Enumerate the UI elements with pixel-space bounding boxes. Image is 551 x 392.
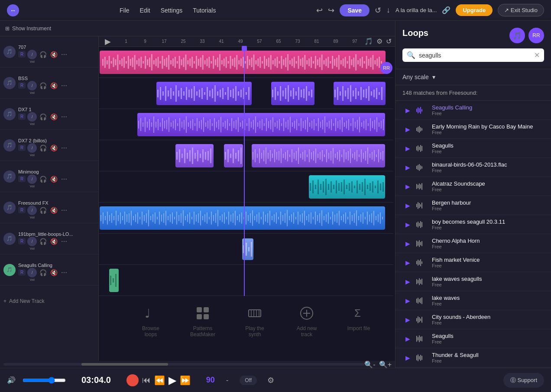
loop-item-lake-waves[interactable]: ▶ lake waves Free [395, 291, 551, 310]
loop-item-bergen[interactable]: ▶ Bergen harbour Free [395, 196, 551, 215]
clip-seagulls[interactable] [109, 269, 119, 292]
settings-button[interactable]: ⚙ [267, 376, 274, 385]
loops-search-input[interactable] [419, 52, 531, 59]
play-alcatraz-button[interactable]: ▶ [402, 183, 413, 190]
play-thunder-button[interactable]: ▶ [402, 354, 413, 361]
record-btn-707[interactable]: R [18, 51, 26, 58]
record-btn-freesound[interactable]: R [18, 207, 26, 213]
loop-item-alcatraz[interactable]: ▶ Alcatraz Soundscape Free [395, 177, 551, 196]
undo-button[interactable]: ↩ [316, 6, 323, 15]
add-track-row[interactable]: + Add New Track [0, 286, 98, 317]
headphone-btn-seagulls[interactable]: 🎧 [39, 268, 48, 277]
zoom-in-button[interactable]: 🔍+ [379, 360, 392, 369]
volume-knob-dx71[interactable]: /Vol [27, 112, 37, 122]
volume-knob-707[interactable]: /Vol [27, 50, 37, 59]
more-btn-bss[interactable]: ⋯ [60, 81, 68, 90]
volume-knob-191bpm[interactable]: /Vol [27, 237, 37, 246]
zoom-out-button[interactable]: 🔍- [364, 360, 375, 369]
headphone-btn-bss[interactable]: 🎧 [39, 81, 48, 90]
logo-button[interactable]: ↔ [7, 4, 19, 16]
nav-file[interactable]: File [120, 7, 130, 14]
search-clear-button[interactable]: ✕ [534, 51, 540, 59]
invite-friend-action[interactable]: Invite a friend [393, 305, 395, 337]
scale-filter[interactable]: Any scale ▾ [395, 69, 551, 85]
loop-item-seagulls[interactable]: ▶ Seagulls Free [395, 139, 551, 158]
play-early-morning-button[interactable]: ▶ [402, 126, 413, 133]
mute-btn-seagulls[interactable]: 🔇 [49, 268, 58, 277]
headphone-btn-707[interactable]: 🎧 [39, 50, 48, 59]
headphone-btn-dx72[interactable]: 🎧 [39, 144, 48, 152]
clip-bss-2[interactable] [271, 82, 314, 105]
scrollbar-thumb[interactable] [81, 363, 168, 366]
volume-knob-seagulls[interactable]: /Vol [27, 268, 37, 277]
play-boy-button[interactable]: ▶ [402, 221, 413, 228]
mute-btn-bss[interactable]: 🔇 [49, 81, 58, 90]
play-seagulls2-button[interactable]: ▶ [402, 335, 413, 342]
metronome-icon[interactable]: 🎵 [364, 37, 373, 45]
track-icon-bss[interactable]: 🎵 [3, 77, 16, 89]
clip-dx71[interactable] [137, 113, 385, 136]
redo-button[interactable]: ↪ [328, 6, 334, 15]
volume-knob-dx72[interactable]: /Vol [27, 143, 37, 153]
upgrade-button[interactable]: Upgrade [456, 4, 493, 16]
play-lake-waves-seagulls-button[interactable]: ▶ [402, 278, 413, 285]
timeline-area[interactable]: ▶ 1 9 17 25 33 41 49 57 65 73 81 89 97 [99, 36, 395, 361]
play-synth-action[interactable]: Play the synth [237, 305, 272, 337]
clip-707-main[interactable]: // Generate waveform bars inline const b… [100, 51, 386, 74]
nav-edit[interactable]: Edit [140, 7, 150, 14]
more-btn-191bpm[interactable]: ⋯ [60, 237, 68, 246]
more-btn-dx71[interactable]: ⋯ [60, 112, 68, 121]
volume-slider[interactable] [23, 377, 66, 384]
more-btn-seagulls[interactable]: ⋯ [60, 268, 68, 277]
more-btn-freesound[interactable]: ⋯ [60, 206, 68, 215]
record-btn-bss[interactable]: R [18, 82, 26, 89]
show-instrument-bar[interactable]: ⊞ Show Instrument [0, 21, 395, 36]
nav-settings[interactable]: Settings [161, 7, 183, 14]
play-seagulls-calling-button[interactable]: ▶ [402, 107, 413, 114]
more-btn-minimoog[interactable]: ⋯ [60, 175, 68, 183]
record-btn-191bpm[interactable]: R [18, 238, 26, 244]
nav-tutorials[interactable]: Tutorials [193, 7, 216, 14]
restore-button[interactable]: ↺ [375, 6, 381, 15]
tune-icon[interactable]: ⚙ [376, 37, 382, 45]
add-track-action[interactable]: Add new track [289, 305, 324, 337]
volume-knob-bss[interactable]: /Vol [27, 81, 37, 90]
headphone-btn-191bpm[interactable]: 🎧 [39, 237, 48, 246]
fast-forward-button[interactable]: ⏩ [180, 375, 191, 386]
play-bergen-button[interactable]: ▶ [402, 202, 413, 209]
scroll-right-icon[interactable]: ▶ [105, 37, 111, 46]
play-button[interactable]: ▶ [169, 374, 176, 386]
mute-btn-minimoog[interactable]: 🔇 [49, 175, 58, 183]
play-binaural-button[interactable]: ▶ [402, 164, 413, 171]
download-button[interactable]: ↓ [386, 6, 390, 15]
loop-item-boy[interactable]: ▶ boy becomes seagull 20.3.11 Free [395, 215, 551, 234]
support-button[interactable]: ⓪ Support [503, 373, 544, 388]
clip-dx72-2[interactable] [224, 144, 243, 167]
browse-loops-action[interactable]: ♩ Browse loops [133, 305, 168, 337]
track-icon-minimoog[interactable]: 🎵 [3, 170, 16, 183]
clip-minimoog[interactable] [309, 175, 385, 199]
mute-btn-dx71[interactable]: 🔇 [49, 112, 58, 121]
loop-item-cherno[interactable]: ▶ Cherno Alpha Horn Free [395, 234, 551, 253]
volume-knob-minimoog[interactable]: /Vol [27, 174, 37, 184]
headphone-btn-freesound[interactable]: 🎧 [39, 206, 48, 215]
mute-btn-191bpm[interactable]: 🔇 [49, 237, 58, 246]
loop-item-seagulls-calling[interactable]: ▶ Seagulls Calling Free [395, 101, 551, 120]
loop-item-binaural[interactable]: ▶ binaural-birds-06-05-2013.flac Free [395, 158, 551, 177]
play-lake-waves-button[interactable]: ▶ [402, 297, 413, 304]
track-icon-freesound[interactable]: 🎵 [3, 202, 16, 214]
loop-item-fish-market[interactable]: ▶ Fish market Venice Free [395, 253, 551, 272]
patterns-action[interactable]: Patterns BeatMaker [185, 305, 220, 337]
play-cherno-button[interactable]: ▶ [402, 240, 413, 247]
record-btn-dx72[interactable]: R [18, 145, 26, 151]
loop-item-thunder[interactable]: ▶ Thunder & Seagull Free [395, 348, 551, 367]
refresh-icon[interactable]: ↺ [386, 37, 392, 45]
record-button[interactable] [126, 374, 139, 386]
record-btn-minimoog[interactable]: R [18, 176, 26, 182]
clip-bss-1[interactable] [156, 82, 252, 105]
exit-studio-button[interactable]: ↗ Exit Studio [498, 4, 544, 16]
music-mode-button[interactable]: 🎵 [509, 28, 525, 43]
record-btn-seagulls[interactable]: R [18, 269, 26, 276]
track-icon-dx71[interactable]: 🎵 [3, 108, 16, 120]
loop-item-seagulls2[interactable]: ▶ Seagulls Free [395, 329, 551, 348]
